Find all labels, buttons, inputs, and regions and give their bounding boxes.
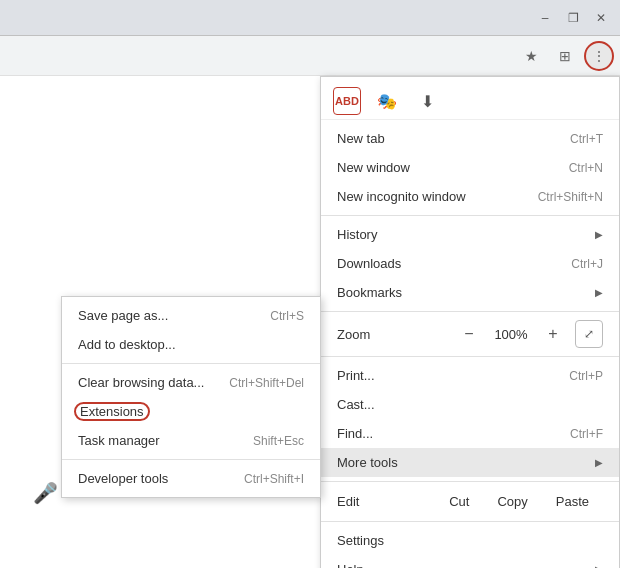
browser-titlebar: – ❐ ✕ (0, 0, 620, 36)
more-tools-submenu: Save page as... Ctrl+S Add to desktop...… (61, 296, 321, 498)
menu-find-shortcut: Ctrl+F (570, 427, 603, 441)
menu-cast[interactable]: Cast... (321, 390, 619, 419)
menu-new-window-shortcut: Ctrl+N (569, 161, 603, 175)
submenu-save-page-label: Save page as... (78, 308, 168, 323)
menu-bookmarks-label: Bookmarks (337, 285, 402, 300)
edit-paste-button[interactable]: Paste (542, 490, 603, 513)
menu-help[interactable]: Help ▶ (321, 555, 619, 568)
menu-history[interactable]: History ▶ (321, 220, 619, 249)
submenu-divider-1 (62, 363, 320, 364)
menu-more-tools-arrow: ▶ (595, 457, 603, 468)
divider-5 (321, 521, 619, 522)
divider-1 (321, 215, 619, 216)
menu-history-label: History (337, 227, 377, 242)
theater-icon[interactable]: 🎭 (373, 87, 401, 115)
submenu-add-to-desktop-label: Add to desktop... (78, 337, 176, 352)
menu-help-arrow: ▶ (595, 564, 603, 568)
menu-bookmarks-arrow: ▶ (595, 287, 603, 298)
menu-new-incognito-shortcut: Ctrl+Shift+N (538, 190, 603, 204)
edit-copy-button[interactable]: Copy (483, 490, 541, 513)
menu-print[interactable]: Print... Ctrl+P (321, 361, 619, 390)
submenu-clear-browsing-label: Clear browsing data... (78, 375, 204, 390)
menu-new-tab-label: New tab (337, 131, 385, 146)
menu-cast-label: Cast... (337, 397, 375, 412)
star-icon[interactable]: ★ (516, 41, 546, 71)
zoom-fullscreen-button[interactable]: ⤢ (575, 320, 603, 348)
extensions-icon[interactable]: ⊞ (550, 41, 580, 71)
menu-more-tools[interactable]: More tools ▶ (321, 448, 619, 477)
menu-find-label: Find... (337, 426, 373, 441)
menu-new-incognito-label: New incognito window (337, 189, 466, 204)
main-content: 🎤 ABD 🎭 ⬇ New tab Ctrl+T New window Ctrl… (0, 76, 620, 568)
browser-toolbar: ★ ⊞ ⋮ (0, 36, 620, 76)
submenu-clear-browsing[interactable]: Clear browsing data... Ctrl+Shift+Del (62, 368, 320, 397)
divider-2 (321, 311, 619, 312)
menu-new-incognito[interactable]: New incognito window Ctrl+Shift+N (321, 182, 619, 211)
submenu-add-to-desktop[interactable]: Add to desktop... (62, 330, 320, 359)
submenu-divider-2 (62, 459, 320, 460)
submenu-extensions[interactable]: Extensions (62, 397, 320, 426)
menu-top-icons-row: ABD 🎭 ⬇ (321, 81, 619, 120)
menu-icon[interactable]: ⋮ (584, 41, 614, 71)
close-button[interactable]: ✕ (590, 7, 612, 29)
submenu-clear-browsing-shortcut: Ctrl+Shift+Del (229, 376, 304, 390)
menu-more-tools-label: More tools (337, 455, 398, 470)
menu-new-window[interactable]: New window Ctrl+N (321, 153, 619, 182)
menu-downloads-label: Downloads (337, 256, 401, 271)
menu-find[interactable]: Find... Ctrl+F (321, 419, 619, 448)
microphone-icon[interactable]: 🎤 (30, 478, 60, 508)
zoom-label: Zoom (337, 327, 447, 342)
minimize-button[interactable]: – (534, 7, 556, 29)
zoom-value: 100% (491, 327, 531, 342)
adblock-icon[interactable]: ABD (333, 87, 361, 115)
menu-help-label: Help (337, 562, 364, 568)
menu-print-label: Print... (337, 368, 375, 383)
menu-bookmarks[interactable]: Bookmarks ▶ (321, 278, 619, 307)
main-dropdown-menu: ABD 🎭 ⬇ New tab Ctrl+T New window Ctrl+N… (320, 76, 620, 568)
menu-edit-row: Edit Cut Copy Paste (321, 486, 619, 517)
menu-zoom-row: Zoom − 100% + ⤢ (321, 316, 619, 352)
submenu-developer-tools[interactable]: Developer tools Ctrl+Shift+I (62, 464, 320, 493)
menu-new-tab[interactable]: New tab Ctrl+T (321, 124, 619, 153)
submenu-extensions-label: Extensions (78, 404, 146, 419)
download-icon[interactable]: ⬇ (413, 87, 441, 115)
edit-label: Edit (337, 494, 435, 509)
menu-settings-label: Settings (337, 533, 384, 548)
menu-history-arrow: ▶ (595, 229, 603, 240)
submenu-developer-tools-label: Developer tools (78, 471, 168, 486)
submenu-developer-tools-shortcut: Ctrl+Shift+I (244, 472, 304, 486)
menu-new-tab-shortcut: Ctrl+T (570, 132, 603, 146)
submenu-save-page[interactable]: Save page as... Ctrl+S (62, 301, 320, 330)
divider-3 (321, 356, 619, 357)
zoom-plus-button[interactable]: + (539, 320, 567, 348)
menu-new-window-label: New window (337, 160, 410, 175)
edit-cut-button[interactable]: Cut (435, 490, 483, 513)
extensions-circle-highlight: Extensions (74, 402, 150, 421)
submenu-task-manager-shortcut: Shift+Esc (253, 434, 304, 448)
menu-settings[interactable]: Settings (321, 526, 619, 555)
menu-downloads[interactable]: Downloads Ctrl+J (321, 249, 619, 278)
divider-4 (321, 481, 619, 482)
menu-print-shortcut: Ctrl+P (569, 369, 603, 383)
restore-button[interactable]: ❐ (562, 7, 584, 29)
zoom-minus-button[interactable]: − (455, 320, 483, 348)
submenu-task-manager-label: Task manager (78, 433, 160, 448)
menu-downloads-shortcut: Ctrl+J (571, 257, 603, 271)
submenu-task-manager[interactable]: Task manager Shift+Esc (62, 426, 320, 455)
submenu-save-page-shortcut: Ctrl+S (270, 309, 304, 323)
